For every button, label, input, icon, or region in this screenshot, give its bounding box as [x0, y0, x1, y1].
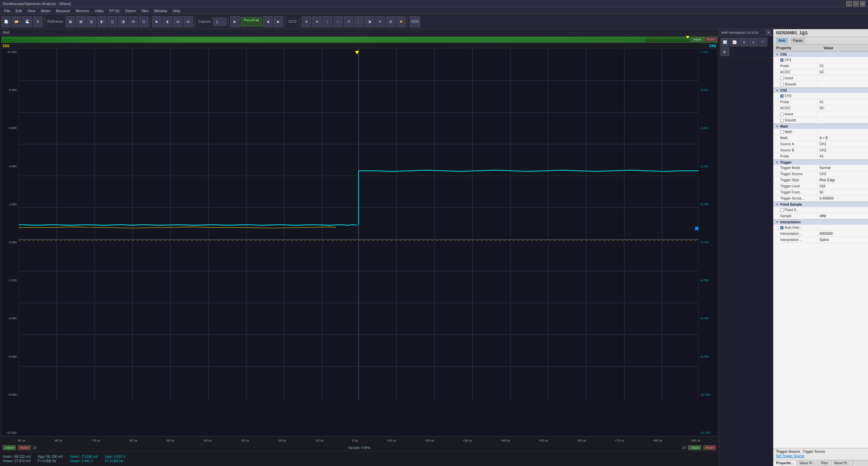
prop-tab-filter[interactable]: Filter [818, 460, 831, 466]
trigger-sensit-row[interactable]: Trigger Sensit... 0.400000 [773, 195, 868, 202]
math-probe-row[interactable]: Probe X1 [773, 153, 868, 160]
ref-btn-8[interactable]: ⊡ [139, 16, 149, 27]
menu-fft[interactable]: FFT(f) [106, 8, 122, 14]
ch2-invert-row[interactable]: Invert [773, 111, 868, 117]
ch2-invert-checkbox[interactable] [780, 113, 784, 116]
menu-window[interactable]: Window [151, 8, 170, 14]
menu-view[interactable]: View [25, 8, 38, 14]
ch1-acdc-row[interactable]: AC/DC DC [773, 69, 868, 75]
ref-btn-3[interactable]: ▥ [86, 16, 96, 27]
capture-btn-1[interactable]: ⏮ [173, 16, 183, 27]
zoom-btn-9[interactable]: ⊞ [386, 16, 395, 27]
ch1-smooth-row[interactable]: Smooth [773, 81, 868, 88]
ch2-acdc-row[interactable]: AC/DC DC [773, 105, 868, 111]
analyzer-icon-1[interactable]: 📊 [721, 38, 729, 46]
new-button[interactable]: 📄 [1, 16, 11, 27]
interp-count-row[interactable]: Interpolation ... 6000000 [773, 231, 868, 237]
ch2-enabled-row[interactable]: ✓ CH2 [773, 93, 868, 99]
waveform-area[interactable]: 10.000 8.000 6.000 4.000 2.000 0.000 -2.… [1, 49, 717, 436]
overview-reset-button[interactable]: Reset [704, 37, 717, 42]
settings-button[interactable]: ⚙ [33, 16, 42, 27]
ref-btn-4[interactable]: ◧ [97, 16, 106, 27]
math-sourceb-row[interactable]: Source B CH2 [773, 147, 868, 153]
zoom-btn-1[interactable]: ⊕ [302, 16, 311, 27]
menu-meter[interactable]: Meter [38, 8, 53, 14]
pass-fail-button[interactable]: Pass/Fail [241, 17, 262, 26]
open-button[interactable]: 📂 [12, 16, 21, 27]
menu-memory[interactable]: Memory [73, 8, 92, 14]
overview-adjust-button[interactable]: Adjust [690, 37, 704, 42]
minimize-button[interactable]: _ [846, 1, 852, 6]
auto-button[interactable]: Auto [776, 38, 788, 43]
ch2-smooth-checkbox[interactable] [780, 119, 784, 122]
menu-help[interactable]: Help [170, 8, 183, 14]
pause-button[interactable]: Pause [791, 38, 805, 43]
analyzer-icon-5[interactable]: 〜 [758, 38, 767, 46]
ch1-probe-row[interactable]: Probe X1 [773, 63, 868, 69]
ref-btn-2[interactable]: ▦ [76, 16, 85, 27]
dds-button[interactable]: DDS [410, 16, 420, 27]
menu-utility[interactable]: Utility [92, 8, 106, 14]
probe-button[interactable]: ⚡ [396, 16, 406, 27]
analyzer-icon-2[interactable]: 📈 [730, 38, 739, 46]
interp-type-row[interactable]: Interpolation ... Spline [773, 237, 868, 243]
save-button[interactable]: 💾 [22, 16, 32, 27]
maximize-button[interactable]: □ [853, 1, 859, 6]
zoom-btn-2[interactable]: ⊗ [312, 16, 322, 27]
ch1-smooth-checkbox[interactable] [780, 83, 784, 86]
ref-btn-7[interactable]: ⊞ [129, 16, 138, 27]
trigger-style-row[interactable]: Trigger Style Rise Edge [773, 177, 868, 183]
math-checkbox[interactable] [780, 130, 784, 134]
math-type-row[interactable]: Math A + B [773, 135, 868, 141]
math-sourcea-row[interactable]: Source A CH1 [773, 141, 868, 147]
zoom-btn-8[interactable]: ≋ [375, 16, 385, 27]
capture-input[interactable] [213, 18, 226, 26]
zoom-btn-7[interactable]: ▣ [365, 16, 374, 27]
multi-analyzer-close[interactable]: ✕ [766, 30, 771, 35]
ch1-invert-checkbox[interactable] [780, 77, 784, 80]
analyzer-icon-3[interactable]: ⚙ [739, 38, 748, 46]
prop-tab-wave-pr[interactable]: Wave Pr... [797, 460, 818, 466]
fixed-s-row[interactable]: Fixed S... [773, 207, 868, 213]
ch1-enabled-row[interactable]: ✓ CH1 [773, 57, 868, 63]
auto-inter-checkbox[interactable]: ✓ [780, 226, 784, 229]
zoom-btn-5[interactable]: ⟲ [344, 16, 353, 27]
prop-tab-wave-pr2[interactable]: Wave Pr... [831, 460, 853, 466]
ref-btn-6[interactable]: ◨ [118, 16, 127, 27]
menu-skin[interactable]: Skin [139, 8, 151, 14]
overview-bar[interactable]: Adjust Reset [1, 37, 717, 43]
prev-btn[interactable]: ◀ [263, 16, 273, 27]
menu-option[interactable]: Option [122, 8, 138, 14]
trigger-mode-row[interactable]: Trigger Mode Normal [773, 165, 868, 171]
reset-bottom-button[interactable]: Reset [18, 445, 31, 450]
ch2-smooth-row[interactable]: Smooth [773, 117, 868, 124]
menu-edit[interactable]: Edit [13, 8, 25, 14]
capture-btn-2[interactable]: ⏭ [184, 16, 193, 27]
prop-tab-properties[interactable]: Propertie... [773, 460, 797, 466]
single-button[interactable]: ▮ [163, 16, 172, 27]
math-enabled-row[interactable]: Math [773, 129, 868, 135]
play-button[interactable]: ▶ [230, 16, 240, 27]
ch1-invert-row[interactable]: Invert [773, 75, 868, 81]
ref-btn-5[interactable]: ◫ [107, 16, 117, 27]
menu-measure[interactable]: Measure [53, 8, 73, 14]
trigger-source-row[interactable]: Trigger Source CH2 [773, 171, 868, 177]
zoom-btn-4[interactable]: ↔ [333, 16, 343, 27]
trigger-level-row[interactable]: Trigger Level 318 [773, 183, 868, 189]
ch2-probe-row[interactable]: Probe X1 [773, 99, 868, 105]
sample-row[interactable]: Sample 48M [773, 213, 868, 219]
zoom-btn-6[interactable]: ⬛ [354, 16, 364, 27]
analyzer-icon-6[interactable]: ▶ [721, 47, 729, 56]
ch2-checkbox[interactable]: ✓ [780, 94, 784, 98]
close-button[interactable]: ✕ [860, 1, 865, 6]
auto-inter-row[interactable]: ✓ Auto Inter... [773, 225, 868, 231]
fixed-s-checkbox[interactable] [780, 208, 784, 212]
ref-btn-1[interactable]: ▣ [65, 16, 75, 27]
zoom-btn-3[interactable]: ↕ [323, 16, 332, 27]
run-stop-button[interactable]: ▶ [152, 16, 162, 27]
trigger-front-row[interactable]: Trigger Front... 50 [773, 189, 868, 195]
ch1-checkbox[interactable]: ✓ [780, 58, 784, 62]
reset-right-button[interactable]: Reset [703, 445, 716, 450]
adjust-bottom-button[interactable]: Adjust [3, 445, 16, 450]
adjust-right-button[interactable]: Adjust [688, 445, 701, 450]
